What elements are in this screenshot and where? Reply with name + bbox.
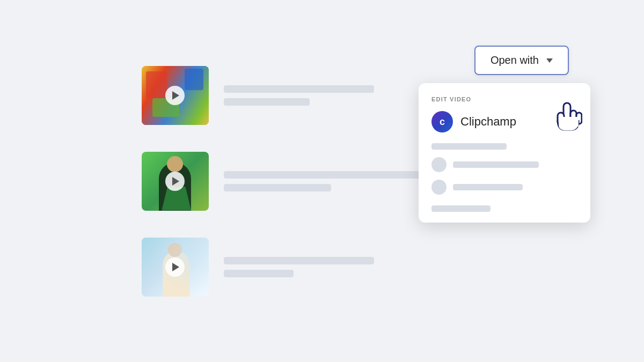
dropdown-skeleton-list bbox=[431, 143, 577, 212]
skeleton-app-row-1 bbox=[431, 157, 577, 172]
list-item bbox=[142, 66, 428, 125]
dropdown-arrow-icon bbox=[546, 58, 553, 63]
thumbnail-1[interactable] bbox=[142, 66, 209, 125]
file-info-3 bbox=[224, 257, 374, 277]
file-info-2 bbox=[224, 171, 428, 191]
cursor-hand-icon bbox=[553, 101, 582, 136]
file-info-1 bbox=[224, 85, 374, 106]
file-name-skeleton bbox=[224, 171, 428, 179]
thumbnail-3[interactable] bbox=[142, 238, 209, 297]
play-button-3[interactable] bbox=[165, 257, 185, 277]
main-container: Open with EDIT VIDEO c Clipchamp bbox=[0, 0, 644, 362]
skeleton-icon-1 bbox=[431, 157, 447, 172]
open-with-label: Open with bbox=[491, 54, 539, 67]
skeleton-label-2 bbox=[453, 184, 523, 190]
file-meta-skeleton bbox=[224, 270, 294, 277]
clipchamp-icon: c bbox=[431, 111, 453, 132]
skeleton-bottom bbox=[431, 205, 491, 212]
open-with-button[interactable]: Open with bbox=[474, 46, 569, 75]
file-name-skeleton bbox=[224, 85, 374, 93]
thumbnail-2[interactable] bbox=[142, 152, 209, 211]
file-list bbox=[142, 66, 428, 297]
clipchamp-icon-letter: c bbox=[440, 116, 445, 128]
skeleton-label-1 bbox=[453, 161, 539, 168]
file-meta-skeleton bbox=[224, 184, 331, 191]
file-name-skeleton bbox=[224, 257, 374, 264]
file-meta-skeleton bbox=[224, 98, 310, 106]
list-item bbox=[142, 152, 428, 211]
play-button-2[interactable] bbox=[165, 172, 185, 191]
play-button-1[interactable] bbox=[165, 86, 185, 105]
skeleton-app-row-2 bbox=[431, 180, 577, 195]
list-item bbox=[142, 238, 428, 297]
skeleton-row-1 bbox=[431, 143, 507, 150]
skeleton-icon-2 bbox=[431, 180, 447, 195]
clipchamp-label: Clipchamp bbox=[460, 115, 516, 129]
